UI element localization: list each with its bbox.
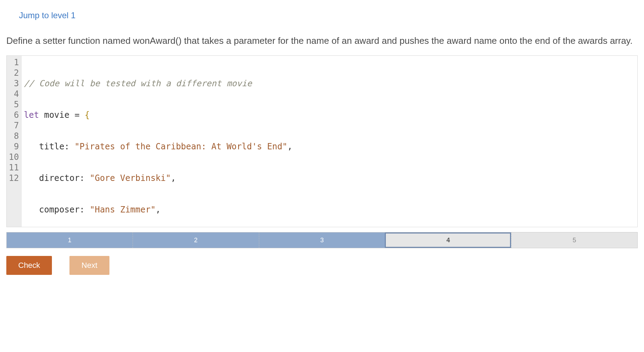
problem-prompt: Define a setter function named wonAward(…	[6, 34, 638, 47]
line-number-gutter: 1 2 3 4 5 6 7 8 9 10 11 12	[7, 56, 22, 227]
level-step-1[interactable]: 1	[7, 232, 133, 248]
jump-to-level-link[interactable]: Jump to level 1	[19, 11, 75, 20]
level-step-3[interactable]: 3	[259, 232, 385, 248]
next-button[interactable]: Next	[69, 256, 109, 275]
code-content[interactable]: // Code will be tested with a different …	[22, 56, 637, 227]
level-step-2[interactable]: 2	[133, 232, 259, 248]
action-buttons: Check Next	[6, 256, 638, 278]
code-editor[interactable]: 1 2 3 4 5 6 7 8 9 10 11 12 // Code will …	[6, 55, 638, 227]
level-progress-bar: 1 2 3 4 5	[6, 232, 638, 248]
level-step-4[interactable]: 4	[385, 232, 511, 248]
level-step-5[interactable]: 5	[511, 232, 637, 248]
check-button[interactable]: Check	[6, 256, 52, 275]
